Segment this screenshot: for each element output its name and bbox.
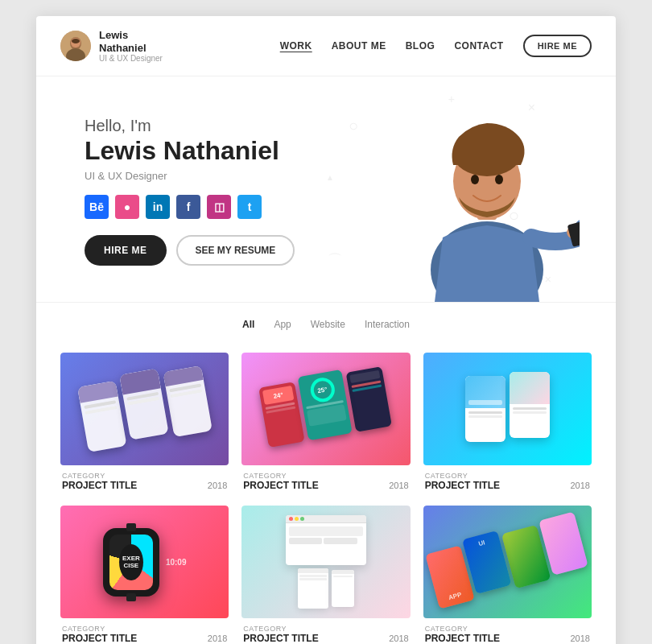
svg-point-4 xyxy=(72,39,80,43)
portfolio-title: PROJECT TITLE xyxy=(425,633,500,644)
social-dribbble[interactable]: ● xyxy=(115,195,139,219)
portfolio-grid: CATEGORY PROJECT TITLE 2018 24° xyxy=(36,340,616,644)
hire-me-nav-button[interactable]: HIRE ME xyxy=(523,35,592,57)
portfolio-bottom-5: PROJECT TITLE 2018 xyxy=(243,633,408,644)
portfolio-thumb-3 xyxy=(423,353,592,465)
portfolio-category: CATEGORY xyxy=(243,472,408,480)
social-instagram[interactable]: ◫ xyxy=(207,195,231,219)
nav-about[interactable]: ABOUT ME xyxy=(332,40,386,52)
see-resume-button[interactable]: SEE MY RESUME xyxy=(176,235,295,266)
portfolio-info-1: CATEGORY PROJECT TITLE 2018 xyxy=(60,465,229,493)
social-linkedin[interactable]: in xyxy=(146,195,170,219)
hero-greeting: Hello, I'm xyxy=(85,117,342,135)
filter-tabs: All App Website Interaction xyxy=(36,302,616,340)
portfolio-item[interactable]: EXERCISE 10:09 CATEGORY PROJECT TITLE 20… xyxy=(60,506,229,644)
hero-buttons: HIRE ME SEE MY RESUME xyxy=(85,235,342,266)
svg-point-10 xyxy=(495,175,503,184)
portfolio-info-6: CATEGORY PROJECT TITLE 2018 xyxy=(423,618,592,644)
portfolio-category: CATEGORY xyxy=(425,625,590,633)
portfolio-category: CATEGORY xyxy=(243,625,408,633)
portfolio-title: PROJECT TITLE xyxy=(62,633,137,644)
avatar xyxy=(60,31,91,61)
portfolio-title: PROJECT TITLE xyxy=(62,480,137,491)
filter-interaction[interactable]: Interaction xyxy=(365,316,410,333)
hero-name: Lewis Nathaniel xyxy=(85,137,342,165)
portfolio-thumb-5 xyxy=(241,506,410,618)
portfolio-year: 2018 xyxy=(208,634,227,643)
brand-role: UI & UX Designer xyxy=(99,54,163,63)
portfolio-info-3: CATEGORY PROJECT TITLE 2018 xyxy=(423,465,592,493)
portfolio-item[interactable]: APP UI CATEGORY PROJECT TITLE xyxy=(423,506,592,644)
portfolio-thumb-1 xyxy=(60,353,229,465)
portfolio-thumb-6: APP UI xyxy=(423,506,592,618)
portfolio-info-5: CATEGORY PROJECT TITLE 2018 xyxy=(241,618,410,644)
hero-section: + ○ ◇ × ▲ ○ ⌒ + × xyxy=(36,76,616,302)
filter-all[interactable]: All xyxy=(242,316,254,333)
hero-subtitle: UI & UX Designer xyxy=(85,170,342,182)
main-nav: WORK ABOUT ME BLOG CONTACT HIRE ME xyxy=(280,35,592,57)
portfolio-item[interactable]: CATEGORY PROJECT TITLE 2018 xyxy=(241,506,410,644)
portfolio-category: CATEGORY xyxy=(62,472,227,480)
header: Lewis Nathaniel UI & UX Designer WORK AB… xyxy=(36,16,616,76)
hero-person-illustration xyxy=(382,76,592,302)
portfolio-category: CATEGORY xyxy=(62,625,227,633)
portfolio-bottom-6: PROJECT TITLE 2018 xyxy=(425,633,590,644)
portfolio-bottom-2: PROJECT TITLE 2018 xyxy=(243,480,408,491)
portfolio-category: CATEGORY xyxy=(425,472,590,480)
hire-me-button[interactable]: HIRE ME xyxy=(85,235,167,266)
nav-work[interactable]: WORK xyxy=(280,40,312,52)
social-twitter[interactable]: t xyxy=(237,195,262,219)
portfolio-item[interactable]: CATEGORY PROJECT TITLE 2018 xyxy=(60,353,229,493)
portfolio-item[interactable]: 24° 25° xyxy=(241,353,410,493)
portfolio-title: PROJECT TITLE xyxy=(243,480,318,491)
portfolio-bottom-1: PROJECT TITLE 2018 xyxy=(62,480,227,491)
brand-name: Lewis Nathaniel xyxy=(99,29,163,54)
portfolio-title: PROJECT TITLE xyxy=(425,480,500,491)
social-icons: Bē ● in f ◫ t xyxy=(85,195,342,219)
portfolio-item[interactable]: CATEGORY PROJECT TITLE 2018 xyxy=(423,353,592,493)
portfolio-info-2: CATEGORY PROJECT TITLE 2018 xyxy=(241,465,410,493)
portfolio-thumb-4: EXERCISE 10:09 xyxy=(60,506,229,618)
social-behance[interactable]: Bē xyxy=(85,195,109,219)
portfolio-info-4: CATEGORY PROJECT TITLE 2018 xyxy=(60,618,229,644)
social-facebook[interactable]: f xyxy=(176,195,200,219)
deco-2: ○ xyxy=(349,117,358,135)
portfolio-thumb-2: 24° 25° xyxy=(241,353,410,465)
portfolio-year: 2018 xyxy=(208,481,227,490)
portfolio-year: 2018 xyxy=(389,634,408,643)
page-container: Lewis Nathaniel UI & UX Designer WORK AB… xyxy=(36,16,616,644)
brand: Lewis Nathaniel UI & UX Designer xyxy=(60,29,163,63)
filter-website[interactable]: Website xyxy=(311,316,345,333)
portfolio-year: 2018 xyxy=(389,481,408,490)
nav-blog[interactable]: BLOG xyxy=(406,40,435,52)
svg-point-9 xyxy=(471,175,479,184)
hero-content: Hello, I'm Lewis Nathaniel UI & UX Desig… xyxy=(85,117,342,266)
filter-app[interactable]: App xyxy=(274,316,291,333)
portfolio-bottom-3: PROJECT TITLE 2018 xyxy=(425,480,590,491)
nav-contact[interactable]: CONTACT xyxy=(454,40,503,52)
portfolio-year: 2018 xyxy=(571,634,590,643)
brand-text: Lewis Nathaniel UI & UX Designer xyxy=(99,29,163,63)
portfolio-bottom-4: PROJECT TITLE 2018 xyxy=(62,633,227,644)
portfolio-year: 2018 xyxy=(571,481,590,490)
portfolio-title: PROJECT TITLE xyxy=(243,633,318,644)
